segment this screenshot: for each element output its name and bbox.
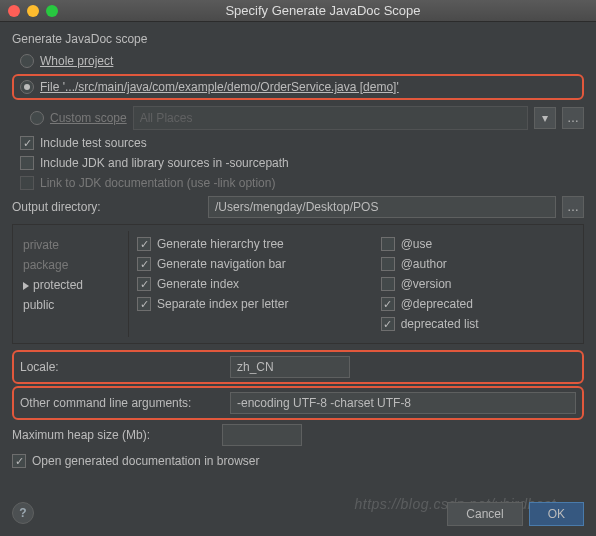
tag-options: @use @author @version @deprecated deprec… <box>381 231 577 337</box>
checkbox-icon <box>381 257 395 271</box>
ok-button[interactable]: OK <box>529 502 584 526</box>
checkbox-icon <box>20 156 34 170</box>
visibility-list[interactable]: private package protected public <box>19 231 129 337</box>
open-browser-label: Open generated documentation in browser <box>32 454 259 468</box>
scope-whole-project[interactable]: Whole project <box>12 54 584 68</box>
custom-scope-dropdown-button: ▾ <box>534 107 556 129</box>
tag-author[interactable]: @author <box>381 257 577 271</box>
visibility-package[interactable]: package <box>21 255 124 275</box>
checkbox-icon <box>381 277 395 291</box>
radio-icon <box>30 111 44 125</box>
checkbox-icon <box>137 257 151 271</box>
checkbox-icon <box>137 237 151 251</box>
heap-row: Maximum heap size (Mb): <box>12 424 584 446</box>
close-icon[interactable] <box>8 5 20 17</box>
scope-custom[interactable]: Custom scope All Places ▾ … <box>12 106 584 130</box>
tag-deprecated-list[interactable]: deprecated list <box>381 317 577 331</box>
custom-scope-placeholder: All Places <box>140 111 193 125</box>
tag-use[interactable]: @use <box>381 237 577 251</box>
output-dir-input[interactable] <box>208 196 556 218</box>
locale-row: Locale: <box>20 356 576 378</box>
minimize-icon[interactable] <box>27 5 39 17</box>
output-dir-label: Output directory: <box>12 200 202 214</box>
other-args-row: Other command line arguments: <box>20 392 576 414</box>
custom-scope-browse-button: … <box>562 107 584 129</box>
checkbox-icon <box>381 317 395 331</box>
checkbox-icon <box>381 297 395 311</box>
checkbox-icon <box>20 176 34 190</box>
custom-scope-label: Custom scope <box>50 111 127 125</box>
generate-options: Generate hierarchy tree Generate navigat… <box>137 231 373 337</box>
output-directory-row: Output directory: … <box>12 196 584 218</box>
locale-input[interactable] <box>230 356 350 378</box>
link-jdk-label: Link to JDK documentation (use -link opt… <box>40 176 275 190</box>
radio-icon <box>20 54 34 68</box>
link-jdk-docs: Link to JDK documentation (use -link opt… <box>12 176 584 190</box>
zoom-icon[interactable] <box>46 5 58 17</box>
other-args-label: Other command line arguments: <box>20 396 220 410</box>
open-in-browser[interactable]: Open generated documentation in browser <box>12 454 584 468</box>
titlebar: Specify Generate JavaDoc Scope <box>0 0 596 22</box>
options-panel: private package protected public Generat… <box>12 224 584 344</box>
include-test-label: Include test sources <box>40 136 147 150</box>
gen-hierarchy[interactable]: Generate hierarchy tree <box>137 237 373 251</box>
gen-nav[interactable]: Generate navigation bar <box>137 257 373 271</box>
scope-file[interactable]: File '.../src/main/java/com/example/demo… <box>20 80 576 94</box>
dialog-buttons: Cancel OK <box>447 502 584 526</box>
heap-input[interactable] <box>222 424 302 446</box>
arrow-right-icon <box>23 282 29 290</box>
tag-version[interactable]: @version <box>381 277 577 291</box>
checkbox-icon <box>381 237 395 251</box>
include-test-sources[interactable]: Include test sources <box>12 136 584 150</box>
window-title: Specify Generate JavaDoc Scope <box>58 3 588 18</box>
radio-icon <box>20 80 34 94</box>
gen-sep-index[interactable]: Separate index per letter <box>137 297 373 311</box>
file-scope-label: File '.../src/main/java/com/example/demo… <box>40 80 399 94</box>
highlight-file-scope: File '.../src/main/java/com/example/demo… <box>12 74 584 100</box>
dialog-content: Generate JavaDoc scope Whole project Fil… <box>0 22 596 484</box>
include-jdk-sources[interactable]: Include JDK and library sources in -sour… <box>12 156 584 170</box>
checkbox-icon <box>20 136 34 150</box>
checkbox-icon <box>137 277 151 291</box>
tag-deprecated[interactable]: @deprecated <box>381 297 577 311</box>
window-controls <box>8 5 58 17</box>
locale-label: Locale: <box>20 360 220 374</box>
highlight-locale: Locale: <box>12 350 584 384</box>
gen-index[interactable]: Generate index <box>137 277 373 291</box>
checkbox-icon <box>12 454 26 468</box>
checkbox-icon <box>137 297 151 311</box>
highlight-other-args: Other command line arguments: <box>12 386 584 420</box>
heap-label: Maximum heap size (Mb): <box>12 428 212 442</box>
other-args-input[interactable] <box>230 392 576 414</box>
include-jdk-label: Include JDK and library sources in -sour… <box>40 156 289 170</box>
visibility-private[interactable]: private <box>21 235 124 255</box>
output-dir-browse-button[interactable]: … <box>562 196 584 218</box>
visibility-protected[interactable]: protected <box>21 275 124 295</box>
custom-scope-select: All Places <box>133 106 528 130</box>
scope-section-title: Generate JavaDoc scope <box>12 32 584 46</box>
whole-project-label: Whole project <box>40 54 113 68</box>
help-button[interactable]: ? <box>12 502 34 524</box>
visibility-public[interactable]: public <box>21 295 124 315</box>
cancel-button[interactable]: Cancel <box>447 502 522 526</box>
